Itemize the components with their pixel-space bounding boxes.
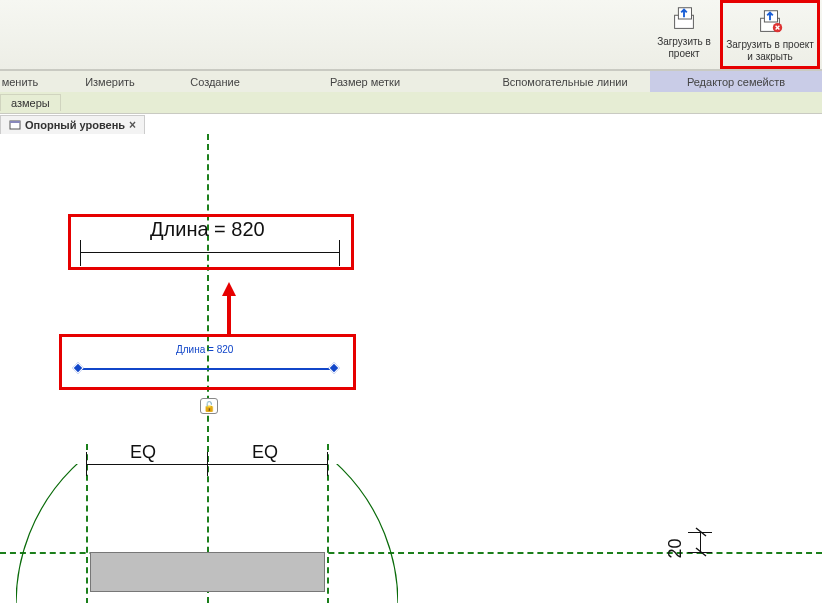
dimension-tick-right	[339, 240, 340, 266]
ribbon-label-modify: менить	[0, 70, 40, 92]
ribbon-label-label-size: Размер метки	[250, 70, 480, 92]
view-tab-reference-level[interactable]: Опорный уровень ×	[0, 115, 145, 134]
dimension-label-right: 20	[665, 538, 686, 558]
view-tabs: Опорный уровень ×	[0, 114, 822, 134]
load-project-close-label: Загрузить в проект и закрыть	[723, 39, 817, 63]
vdim-ticks	[694, 526, 708, 558]
load-project-icon	[669, 4, 699, 34]
dimension-line-selected[interactable]	[78, 368, 335, 370]
load-project-label: Загрузить в проект	[648, 36, 720, 60]
ribbon-top: Загрузить в проект Загрузить в проект и …	[0, 0, 822, 70]
ribbon-group-labels: менить Измерить Создание Размер метки Вс…	[0, 70, 822, 92]
dimension-label-main: Длина = 820	[150, 218, 265, 241]
svg-line-8	[696, 548, 706, 556]
geometry-rectangle	[90, 552, 325, 592]
dimension-line-main	[80, 252, 340, 253]
dimension-tick-left	[80, 240, 81, 266]
view-tab-label: Опорный уровень	[25, 119, 125, 131]
ribbon-label-aux-lines: Вспомогательные линии	[480, 70, 650, 92]
eq-label-left: EQ	[130, 442, 156, 463]
annotation-arrow-line	[227, 294, 231, 334]
drawing-canvas[interactable]: Длина = 820 Длина = 820 🔓 EQ EQ 20	[0, 134, 822, 603]
ribbon-label-measure: Измерить	[40, 70, 180, 92]
dimension-label-selected[interactable]: Длина = 820	[176, 344, 233, 355]
view-tab-close-icon[interactable]: ×	[129, 118, 136, 132]
eq-label-right: EQ	[252, 442, 278, 463]
options-tab-sizes[interactable]: азмеры	[0, 94, 61, 111]
options-bar: азмеры	[0, 92, 822, 114]
load-into-project-button[interactable]: Загрузить в проект	[648, 0, 720, 69]
load-project-close-icon	[755, 7, 785, 37]
svg-rect-6	[10, 121, 20, 123]
view-tab-icon	[9, 119, 21, 131]
ribbon-label-family-editor: Редактор семейств	[650, 70, 822, 92]
highlight-box-lower	[59, 334, 356, 390]
svg-line-7	[696, 528, 706, 536]
ribbon-label-create: Создание	[180, 70, 250, 92]
lock-toggle-icon[interactable]: 🔓	[200, 398, 218, 414]
load-into-project-and-close-button[interactable]: Загрузить в проект и закрыть	[720, 0, 820, 69]
